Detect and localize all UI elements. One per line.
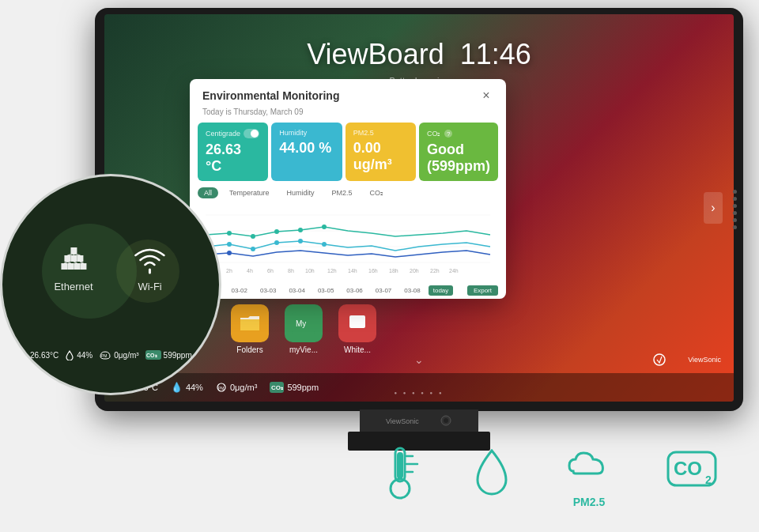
wifi-icon-item: Wi-Fi [133, 247, 168, 292]
humidity-label-text: Humidity [279, 129, 307, 137]
zoom-co2-icon: CO₂ [145, 350, 161, 360]
svg-text:PM: PM [101, 353, 108, 358]
folder-icon-img [231, 304, 269, 342]
pm25-value: 0μg/m³ [230, 383, 257, 392]
dialog-close-button[interactable]: × [479, 89, 493, 103]
myview-icon-img: My [285, 304, 323, 342]
date-btn-03-08[interactable]: 03-08 [399, 285, 425, 296]
svg-point-24 [298, 228, 303, 232]
date-btn-03-05[interactable]: 03-05 [313, 285, 338, 296]
co2-info-icon[interactable]: ? [444, 129, 453, 138]
whiteboard-icon[interactable]: White... [338, 304, 376, 354]
temp-label-text: Centigrade [206, 130, 240, 138]
chevron-down-icon: ⌄ [414, 353, 424, 366]
svg-rect-52 [67, 263, 74, 270]
svg-text:24h: 24h [449, 268, 459, 274]
temp-value-text: 26.63 °C [206, 141, 241, 174]
tab-humidity[interactable]: Humidity [281, 187, 321, 198]
svg-line-55 [67, 254, 74, 255]
viewsonic-logo-screen: ViewSonic [653, 353, 721, 366]
metric-cards: Centigrade 26.63 °C Humidity 44.00 % PM2… [190, 123, 506, 187]
svg-rect-47 [70, 247, 77, 254]
svg-line-60 [74, 262, 77, 263]
zoom-humidity-value: 44% [77, 351, 93, 360]
app-time: 11:46 [460, 38, 531, 70]
zoom-temp: 26.63°C [18, 349, 59, 361]
svg-text:ViewSonic: ViewSonic [386, 417, 419, 425]
zoom-pm25-value: 0μg/m³ [114, 351, 138, 360]
svg-line-58 [64, 262, 67, 263]
svg-line-61 [80, 262, 83, 263]
svg-text:18h: 18h [389, 268, 398, 274]
svg-text:CO₂: CO₂ [146, 353, 157, 358]
date-btn-03-03[interactable]: 03-03 [255, 285, 281, 296]
svg-text:?: ? [447, 130, 451, 138]
svg-text:22h: 22h [430, 268, 440, 274]
svg-rect-3 [349, 315, 365, 328]
svg-rect-50 [77, 255, 83, 262]
co2-value: 599ppm [287, 383, 319, 392]
viewsonic-text: ViewSonic [688, 356, 721, 364]
ethernet-label: Ethernet [54, 281, 93, 292]
svg-text:My: My [296, 319, 306, 328]
date-btn-03-04[interactable]: 03-04 [284, 285, 309, 296]
svg-point-27 [227, 242, 232, 247]
svg-line-57 [74, 254, 80, 255]
pm25-label-text: PM2.5 [353, 129, 374, 137]
svg-point-23 [274, 229, 279, 234]
myview-icon[interactable]: My myVie... [285, 304, 323, 354]
zoom-status-bar: 26.63°C 44% PM 0μg/m³ CO₂ 599ppm [18, 349, 203, 361]
bottom-humidity-icon [470, 444, 514, 500]
temp-toggle[interactable] [244, 129, 259, 138]
date-btn-03-06[interactable]: 03-06 [342, 285, 367, 296]
svg-rect-54 [80, 263, 86, 270]
ethernet-icon [56, 247, 91, 276]
zoom-thermometer-icon [18, 349, 28, 361]
export-button[interactable]: Export [467, 285, 498, 296]
folders-icon[interactable]: Folders [231, 304, 269, 354]
pm25-card-value: 0.00 ug/m³ [353, 140, 408, 173]
whiteboard-label: White... [344, 345, 371, 354]
screen-bottom-bar: 🌡 26.63°C 💧 44% PM 0μg/m³ [104, 373, 734, 402]
env-dialog-header: Environmental Monitoring × [190, 79, 506, 108]
svg-text:CO: CO [674, 458, 702, 479]
myview-label: myVie... [289, 345, 318, 354]
tab-co2[interactable]: CO₂ [364, 187, 391, 198]
svg-text:6h: 6h [267, 268, 274, 274]
svg-rect-53 [74, 263, 80, 270]
svg-text:CO₂: CO₂ [271, 384, 284, 391]
date-btn-today[interactable]: today [429, 285, 454, 296]
viewsonic-stand-logo: ViewSonic [386, 413, 433, 428]
zoom-pm25-icon: PM [99, 350, 111, 360]
svg-text:16h: 16h [368, 268, 378, 274]
humidity-value-text: 44.00 % [279, 140, 331, 156]
date-btn-03-07[interactable]: 03-07 [371, 285, 396, 296]
chart-tabs: All Temperature Humidity PM2.5 CO₂ [190, 187, 506, 203]
env-dialog-subtitle: Today is Thursday, March 09 [190, 108, 506, 123]
bottom-co2: CO 2 [664, 448, 719, 496]
tab-all[interactable]: All [198, 187, 218, 198]
arrow-right-button[interactable]: › [704, 192, 723, 224]
bottom-pm25-label: PM2.5 [573, 496, 605, 508]
svg-line-59 [67, 262, 70, 263]
tab-pm25[interactable]: PM2.5 [326, 187, 359, 198]
pm25-status: PM 0μg/m³ [216, 382, 257, 393]
bottom-humidity [470, 444, 514, 500]
bottom-co2-icon: CO 2 [664, 448, 719, 496]
humidity-card-label: Humidity [279, 129, 334, 137]
zoom-pm25: PM 0μg/m³ [99, 350, 138, 360]
bottom-thermometer [378, 444, 422, 500]
env-dialog: Environmental Monitoring × Today is Thur… [190, 79, 506, 299]
zoom-humidity: 44% [65, 349, 93, 360]
zoom-co2: CO₂ 599ppm [145, 350, 192, 360]
svg-point-25 [322, 224, 327, 229]
svg-rect-49 [70, 255, 77, 262]
tab-temperature[interactable]: Temperature [223, 187, 276, 198]
monitor-dots [733, 190, 737, 229]
svg-point-31 [322, 242, 327, 247]
chart-area: 0h 2h 4h 6h 8h 10h 12h 14h 16h 18h 20h 2… [190, 203, 506, 282]
date-btn-03-02[interactable]: 03-02 [226, 285, 251, 296]
bottom-thermometer-icon [378, 444, 422, 500]
pm25-card-label: PM2.5 [353, 129, 408, 137]
webcam-icon [440, 414, 452, 427]
